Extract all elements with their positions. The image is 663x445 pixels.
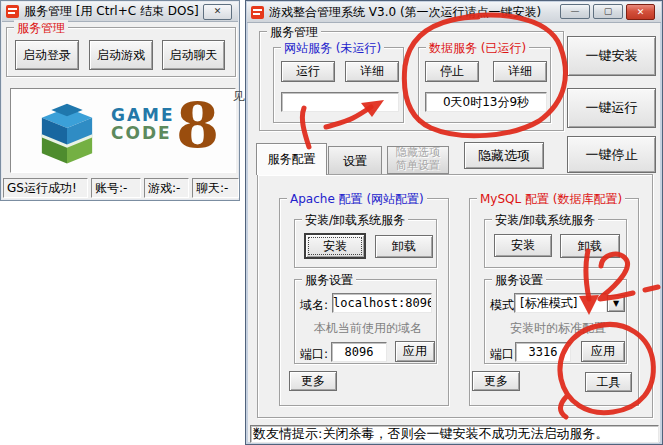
apache-settings-group-title: 服务设置	[302, 272, 356, 289]
tab-hidden-simple: 隐藏选项 简单设置	[387, 146, 449, 174]
mysql-settings-group-title: 服务设置	[492, 272, 546, 289]
app-icon	[251, 6, 264, 19]
window-service-manager: 服务管理 [用 Ctrl+C 结束 DOS] ✕ 服务管理 启动登录 启动游戏 …	[0, 0, 240, 201]
minimize-icon[interactable]: —	[560, 4, 590, 19]
right-titlebar[interactable]: 游戏整合管理系统 V3.0 (第一次运行请点一键安装) — ▢ ✕	[247, 2, 661, 23]
apache-uninstall-button[interactable]: 卸载	[375, 235, 433, 258]
mysql-more-button[interactable]: 更多	[472, 371, 520, 391]
close-icon[interactable]: ✕	[203, 4, 232, 20]
background-text-fragment: 见档	[233, 88, 245, 104]
mode-select[interactable]: [标准模式]	[514, 293, 607, 313]
close-icon[interactable]: ✕	[626, 4, 655, 20]
one-key-run-button[interactable]: 一键运行	[567, 88, 656, 128]
web-detail-button[interactable]: 详细	[345, 61, 399, 82]
marquee-tip: 数友情提示:关闭杀毒，否则会一键安装不成功无法启动服务。	[250, 425, 659, 443]
domain-label: 域名:	[300, 297, 328, 314]
group-mysql: MySQL 配置 (数据库配置) 安装/卸载系统服务 安装 卸载 服务设置 模式…	[469, 198, 639, 406]
start-game-button[interactable]: 启动游戏	[89, 40, 153, 70]
group-apache-install: 安装/卸载系统服务 安装 卸载	[294, 219, 437, 268]
mysql-port-input[interactable]	[515, 342, 571, 362]
apache-install-group-title: 安装/卸载系统服务	[302, 212, 408, 229]
tab-settings[interactable]: 设置	[328, 146, 382, 175]
group-mysql-settings: 服务设置 模式: [标准模式] ▼ 安装时的标准配置 端口: 应用	[484, 279, 627, 364]
group-apache-settings: 服务设置 域名: 本机当前使用的域名 端口: 应用	[294, 279, 437, 364]
web-run-button[interactable]: 运行	[281, 61, 335, 82]
group-title: 服务管理	[267, 24, 321, 41]
one-key-install-button[interactable]: 一键安装	[567, 36, 656, 76]
left-titlebar[interactable]: 服务管理 [用 Ctrl+C 结束 DOS] ✕	[2, 2, 238, 22]
mysql-apply-button[interactable]: 应用	[581, 341, 625, 362]
web-service-title: 网站服务 (未运行)	[281, 40, 384, 57]
group-apache: Apache 配置 (网站配置) 安装/卸载系统服务 安装 卸载 服务设置 域名…	[279, 198, 449, 406]
web-status-box	[281, 92, 399, 112]
tab-hidden-line2: 简单设置	[396, 160, 440, 173]
mode-hint: 安装时的标准配置	[493, 320, 623, 337]
status-account: 账号:-	[91, 178, 141, 198]
data-uptime-box: 0天0时13分9秒	[425, 92, 547, 112]
group-title: 服务管理	[14, 20, 68, 37]
apache-install-button[interactable]: 安装	[304, 233, 366, 259]
maximize-icon[interactable]: ▢	[593, 4, 623, 19]
gamecode-cube-logo-icon	[27, 99, 107, 165]
logo-number-eight: 8	[176, 97, 219, 156]
domain-input[interactable]	[332, 293, 432, 313]
one-key-stop-button[interactable]: 一键停止	[567, 136, 656, 173]
status-gs: GS运行成功!	[3, 178, 88, 198]
logo-word-code: CODE	[111, 124, 175, 142]
hidden-options-button[interactable]: 隐藏选项	[464, 142, 544, 169]
apache-title: Apache 配置 (网站配置)	[287, 191, 427, 208]
start-chat-button[interactable]: 启动聊天	[162, 40, 225, 70]
data-service-title: 数据服务 (已运行)	[426, 40, 529, 57]
right-window-title: 游戏整合管理系统 V3.0 (第一次运行请点一键安装)	[269, 4, 541, 21]
apache-apply-button[interactable]: 应用	[395, 341, 435, 362]
start-login-button[interactable]: 启动登录	[15, 40, 79, 70]
apache-more-button[interactable]: 更多	[289, 371, 337, 391]
status-chat: 聊天:-	[192, 178, 239, 198]
apache-port-input[interactable]	[331, 342, 387, 362]
chevron-down-icon[interactable]: ▼	[607, 295, 625, 312]
mysql-title: MySQL 配置 (数据库配置)	[477, 191, 625, 208]
mysql-install-group-title: 安装/卸载系统服务	[492, 212, 598, 229]
status-game: 游戏:-	[144, 178, 189, 198]
logo-panel: GAME CODE 8	[10, 88, 236, 173]
left-window-title: 服务管理 [用 Ctrl+C 结束 DOS]	[24, 3, 199, 20]
window-game-manager: 游戏整合管理系统 V3.0 (第一次运行请点一键安装) — ▢ ✕ 服务管理 网…	[245, 0, 663, 445]
mysql-tools-button[interactable]: 工具	[585, 372, 632, 392]
app-icon	[6, 5, 19, 18]
mysql-uninstall-button[interactable]: 卸载	[560, 234, 620, 258]
port-label: 端口:	[300, 346, 328, 363]
logo-word-game: GAME	[111, 106, 175, 124]
domain-hint: 本机当前使用的域名	[303, 320, 433, 337]
group-mysql-install: 安装/卸载系统服务 安装 卸载	[484, 219, 627, 268]
port-label: 端口:	[490, 346, 518, 363]
data-detail-button[interactable]: 详细	[493, 61, 547, 82]
tab-service-config[interactable]: 服务配置	[256, 143, 327, 175]
data-stop-button[interactable]: 停止	[425, 61, 479, 82]
mysql-install-button[interactable]: 安装	[494, 234, 552, 257]
